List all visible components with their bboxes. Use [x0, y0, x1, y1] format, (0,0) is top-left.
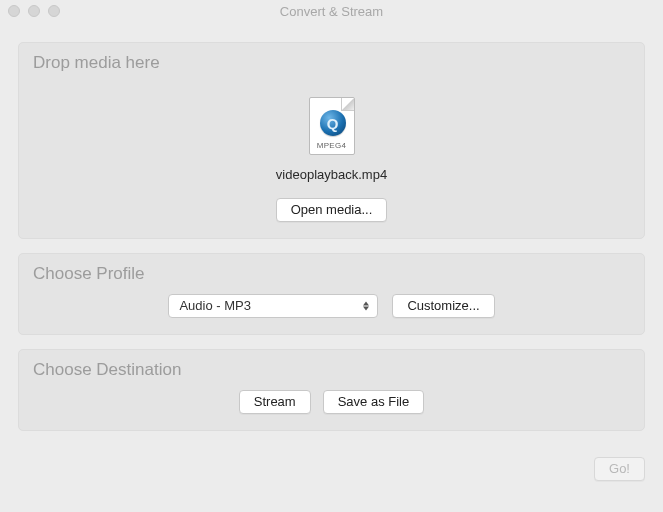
file-name: videoplayback.mp4: [276, 167, 387, 182]
titlebar: Convert & Stream: [0, 0, 663, 22]
close-window-icon[interactable]: [8, 5, 20, 17]
profile-select[interactable]: Audio - MP3: [168, 294, 378, 318]
destination-row: Stream Save as File: [33, 390, 630, 414]
content: Drop media here Q MPEG4 videoplayback.mp…: [0, 22, 663, 455]
traffic-lights: [8, 5, 60, 17]
stream-button[interactable]: Stream: [239, 390, 311, 414]
zoom-window-icon[interactable]: [48, 5, 60, 17]
footer: Go!: [0, 455, 663, 481]
window-title: Convert & Stream: [8, 4, 655, 19]
drop-media-panel[interactable]: Drop media here Q MPEG4 videoplayback.mp…: [18, 42, 645, 239]
choose-profile-title: Choose Profile: [33, 264, 630, 284]
quicktime-icon: Q: [320, 110, 346, 136]
open-media-button[interactable]: Open media...: [276, 198, 388, 222]
customize-button[interactable]: Customize...: [392, 294, 494, 318]
drop-area: Q MPEG4 videoplayback.mp4 Open media...: [33, 83, 630, 222]
file-format-label: MPEG4: [317, 141, 347, 150]
file-icon: Q MPEG4: [309, 97, 355, 155]
go-button[interactable]: Go!: [594, 457, 645, 481]
save-as-file-button[interactable]: Save as File: [323, 390, 425, 414]
drop-media-title: Drop media here: [33, 53, 630, 73]
profile-row: Audio - MP3 Customize...: [33, 294, 630, 318]
profile-select-value: Audio - MP3: [179, 298, 251, 313]
minimize-window-icon[interactable]: [28, 5, 40, 17]
choose-destination-panel: Choose Destination Stream Save as File: [18, 349, 645, 431]
choose-destination-title: Choose Destination: [33, 360, 630, 380]
choose-profile-panel: Choose Profile Audio - MP3 Customize...: [18, 253, 645, 335]
updown-arrows-icon: [361, 302, 371, 311]
